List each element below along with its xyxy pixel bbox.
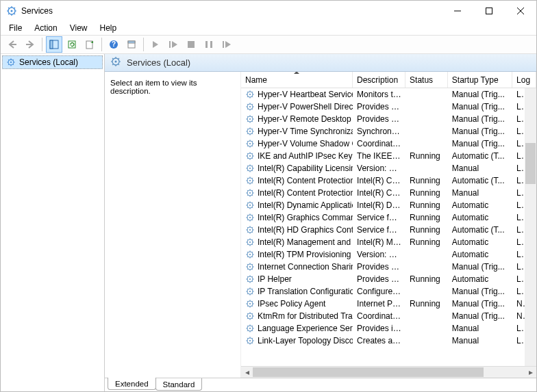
service-row[interactable]: Hyper-V Remote Desktop Vi...Provides a p… [241,113,536,125]
titlebar: Services [1,1,536,21]
scroll-thumb[interactable] [253,367,484,377]
service-name: Intel(R) Dynamic Applicatio... [258,200,353,210]
column-header-logon[interactable]: Log [512,72,536,88]
export-list-button[interactable] [82,36,98,53]
gear-icon [245,237,255,247]
svg-point-31 [249,155,251,157]
vertical-scrollbar[interactable] [525,88,536,366]
stop-service-button[interactable] [183,36,199,53]
details-header-label: Services (Local) [127,57,190,68]
toolbar-separator [143,38,144,51]
horizontal-scrollbar[interactable]: ◂ ▸ [241,366,536,378]
help-button[interactable]: ? [105,36,122,53]
service-row[interactable]: Language Experience ServiceProvides inf.… [241,322,536,335]
service-name: IP Translation Configuration... [258,287,353,296]
service-row[interactable]: IP Translation Configuration...Configure… [241,285,536,298]
service-row[interactable]: Intel(R) Dynamic Applicatio...Intel(R) D… [241,199,536,211]
start-service-button[interactable] [147,36,164,53]
service-row[interactable]: Intel(R) Content Protection ...Intel(R) … [241,187,536,199]
gear-icon [245,102,255,112]
service-row[interactable]: IPsec Policy AgentInternet Pro...Running… [241,298,536,310]
svg-point-59 [249,328,251,329]
scroll-left-icon[interactable]: ◂ [241,367,253,378]
column-header-description[interactable]: Description [353,72,405,88]
menu-action[interactable]: Action [29,23,62,34]
service-row[interactable]: IKE and AuthIP IPsec Keying...The IKEEXT… [241,150,536,162]
service-row[interactable]: IP HelperProvides tu...RunningAutomaticL… [241,273,536,285]
vscroll-thumb[interactable] [525,143,536,184]
service-startup: Manual (Trig... [448,311,512,321]
gear-icon [245,114,255,124]
column-header-startup[interactable]: Startup Type [448,72,512,88]
menu-view[interactable]: View [64,23,93,34]
service-description: Intel(R) Ma... [353,237,405,247]
service-row[interactable]: Intel(R) Graphics Command...Service for … [241,211,536,224]
service-startup: Manual [448,336,512,345]
svg-point-21 [249,94,251,95]
nav-forward-button[interactable] [22,36,38,53]
maximize-button[interactable] [473,1,505,21]
menu-file[interactable]: File [3,23,27,34]
properties-button[interactable] [123,36,140,53]
pause-step-button[interactable] [165,36,182,53]
service-name: Hyper-V Time Synchronizati... [258,127,353,136]
svg-point-37 [249,192,251,194]
service-name: Hyper-V Heartbeat Service [258,90,353,99]
tab-standard[interactable]: Standard [155,378,203,391]
service-row[interactable]: Hyper-V Heartbeat ServiceMonitors th...M… [241,88,536,101]
service-startup: Automatic (T... [448,151,512,161]
refresh-button[interactable] [64,36,80,53]
column-header-status[interactable]: Status [405,72,448,88]
service-row[interactable]: Intel(R) TPM Provisioning S...Version: 1… [241,248,536,261]
pause-service-button[interactable] [201,36,217,53]
svg-point-43 [249,229,251,231]
service-row[interactable]: Intel(R) Management and S...Intel(R) Ma.… [241,236,536,248]
svg-point-41 [249,217,251,218]
scroll-right-icon[interactable]: ▸ [525,367,536,378]
toolbar-separator [101,38,102,51]
tree-item-label: Services (Local) [19,57,78,67]
close-button[interactable] [505,1,536,21]
service-row[interactable]: Hyper-V Volume Shadow C...Coordinates...… [241,138,536,150]
console-tree: Services (Local) [1,54,105,391]
gear-icon [245,127,255,136]
service-name: Intel(R) Content Protection ... [258,188,353,198]
service-startup: Manual (Trig... [448,90,512,99]
service-row[interactable]: Intel(R) Capability Licensing...Version:… [241,162,536,174]
svg-point-27 [249,131,251,132]
service-name: Link-Layer Topology Discov... [258,336,353,345]
restart-service-button[interactable] [218,36,235,53]
minimize-button[interactable] [442,1,473,21]
show-hide-tree-button[interactable] [46,36,62,53]
service-row[interactable]: Link-Layer Topology Discov...Creates a N… [241,335,536,347]
main-split: Services (Local) Services (Local) Select… [1,54,536,391]
gear-icon [245,250,255,259]
svg-point-35 [249,180,251,181]
service-name: Intel(R) TPM Provisioning S... [258,250,353,259]
menu-help[interactable]: Help [95,23,123,34]
list-body[interactable]: Hyper-V Heartbeat ServiceMonitors th...M… [241,88,536,366]
service-startup: Manual (Trig... [448,287,512,296]
nav-back-button[interactable] [4,36,21,53]
column-header-name[interactable]: Name [241,72,353,88]
svg-rect-12 [188,41,195,48]
service-description: The IKEEXT ... [353,151,405,161]
service-row[interactable]: Intel(R) HD Graphics Contro...Service fo… [241,224,536,236]
service-description: Creates a N... [353,336,405,345]
service-description: Coordinates... [353,311,405,321]
window-title: Services [21,6,53,16]
service-row[interactable]: Internet Connection Sharin...Provides ne… [241,261,536,273]
service-row[interactable]: Hyper-V Time Synchronizati...Synchronize… [241,125,536,138]
svg-point-1 [11,10,13,12]
svg-point-47 [249,254,251,255]
service-description: Version: 1.6... [353,164,405,173]
service-row[interactable]: Hyper-V PowerShell Direct ...Provides a … [241,101,536,113]
service-row[interactable]: Intel(R) Content Protection ...Intel(R) … [241,174,536,187]
service-startup: Manual (Trig... [448,127,512,136]
tab-extended[interactable]: Extended [108,378,156,390]
service-name: Hyper-V Remote Desktop Vi... [258,114,353,124]
svg-text:?: ? [112,40,116,48]
service-row[interactable]: KtmRm for Distributed Tran...Coordinates… [241,310,536,322]
svg-rect-11 [169,41,171,48]
tree-item-services-local[interactable]: Services (Local) [2,55,103,69]
